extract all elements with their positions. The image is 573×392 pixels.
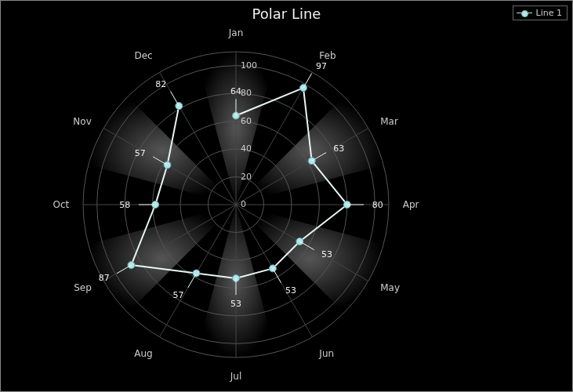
svg-text:53: 53 — [321, 249, 332, 260]
svg-text:60: 60 — [241, 116, 252, 126]
svg-text:40: 40 — [241, 143, 252, 154]
svg-text:Jun: Jun — [318, 348, 334, 359]
svg-text:Jan: Jan — [228, 27, 244, 38]
svg-text:87: 87 — [99, 273, 110, 283]
svg-text:20: 20 — [241, 172, 252, 182]
svg-text:Dec: Dec — [134, 50, 152, 61]
svg-text:May: May — [380, 282, 400, 293]
svg-text:64: 64 — [230, 86, 241, 96]
svg-text:100: 100 — [241, 60, 257, 71]
svg-text:53: 53 — [230, 299, 241, 309]
svg-text:82: 82 — [155, 79, 166, 89]
svg-text:63: 63 — [333, 143, 344, 154]
svg-text:97: 97 — [316, 61, 327, 71]
svg-text:Sep: Sep — [74, 282, 92, 293]
svg-text:57: 57 — [135, 148, 146, 158]
svg-text:Apr: Apr — [403, 199, 419, 210]
svg-text:53: 53 — [285, 285, 296, 296]
svg-text:Aug: Aug — [134, 348, 152, 359]
svg-text:58: 58 — [119, 200, 130, 210]
svg-text:Jul: Jul — [230, 371, 241, 382]
polar-chart: 020406080100JanFebMarAprMayJunJulAugSepO… — [1, 1, 573, 392]
svg-text:80: 80 — [241, 88, 252, 98]
svg-text:80: 80 — [372, 200, 383, 210]
svg-text:0: 0 — [241, 199, 246, 209]
svg-text:Nov: Nov — [73, 116, 91, 127]
svg-text:Oct: Oct — [53, 199, 70, 210]
svg-text:Feb: Feb — [319, 50, 335, 61]
svg-text:Mar: Mar — [380, 116, 398, 127]
svg-text:57: 57 — [173, 290, 184, 300]
